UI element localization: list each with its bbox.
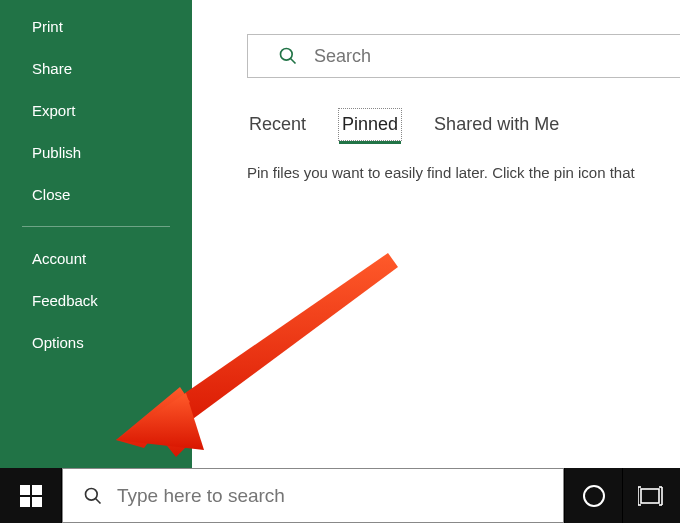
- sidebar-item-label: Account: [32, 250, 86, 267]
- sidebar-item-publish[interactable]: Publish: [0, 133, 192, 172]
- tab-recent[interactable]: Recent: [247, 108, 308, 141]
- task-view-icon: [638, 485, 666, 507]
- tab-label: Pinned: [342, 114, 398, 134]
- tabs: Recent Pinned Shared with Me: [247, 108, 561, 141]
- tab-shared-with-me[interactable]: Shared with Me: [432, 108, 561, 141]
- tab-label: Recent: [249, 114, 306, 134]
- sidebar-item-share[interactable]: Share: [0, 49, 192, 88]
- main-panel: Recent Pinned Shared with Me Pin files y…: [192, 0, 680, 468]
- sidebar-item-label: Publish: [32, 144, 81, 161]
- cortana-icon: [583, 485, 605, 507]
- sidebar-item-label: Share: [32, 60, 72, 77]
- search-box[interactable]: [247, 34, 680, 78]
- windows-taskbar: [0, 468, 680, 523]
- search-input[interactable]: [314, 46, 680, 67]
- sidebar-item-options[interactable]: Options: [0, 323, 192, 362]
- windows-logo-icon: [20, 485, 42, 507]
- sidebar-item-print[interactable]: Print: [0, 7, 192, 46]
- sidebar-item-label: Feedback: [32, 292, 98, 309]
- sidebar-item-export[interactable]: Export: [0, 91, 192, 130]
- svg-point-5: [86, 488, 98, 500]
- svg-rect-7: [641, 489, 659, 503]
- pinned-empty-hint: Pin files you want to easily find later.…: [247, 164, 680, 181]
- search-icon: [83, 486, 103, 506]
- sidebar-item-label: Print: [32, 18, 63, 35]
- svg-line-6: [96, 498, 101, 503]
- task-view-button[interactable]: [622, 468, 680, 523]
- search-icon: [278, 46, 298, 66]
- sidebar-item-account[interactable]: Account: [0, 239, 192, 278]
- sidebar-item-feedback[interactable]: Feedback: [0, 281, 192, 320]
- tab-label: Shared with Me: [434, 114, 559, 134]
- sidebar-item-close[interactable]: Close: [0, 175, 192, 214]
- sidebar-item-label: Export: [32, 102, 75, 119]
- sidebar-divider: [22, 226, 170, 227]
- search-container: [247, 34, 680, 78]
- sidebar-item-label: Options: [32, 334, 84, 351]
- tab-pinned[interactable]: Pinned: [338, 108, 402, 141]
- taskbar-search[interactable]: [62, 468, 564, 523]
- taskbar-search-input[interactable]: [117, 485, 563, 507]
- svg-point-0: [281, 49, 293, 61]
- cortana-button[interactable]: [564, 468, 622, 523]
- sidebar-item-label: Close: [32, 186, 70, 203]
- start-button[interactable]: [0, 468, 62, 523]
- svg-line-1: [291, 59, 296, 64]
- backstage-sidebar: Print Share Export Publish Close: [0, 0, 192, 468]
